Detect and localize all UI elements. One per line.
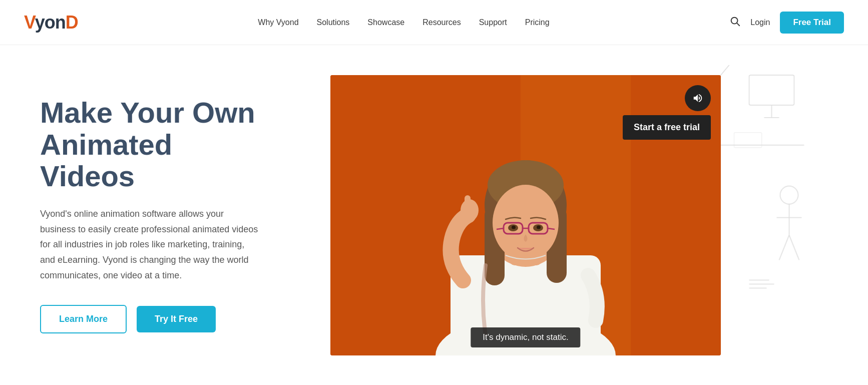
- sound-button[interactable]: [685, 85, 711, 111]
- svg-rect-10: [749, 75, 794, 105]
- svg-point-41: [512, 226, 516, 229]
- nav-showcase[interactable]: Showcase: [367, 18, 404, 27]
- nav-pricing[interactable]: Pricing: [525, 18, 550, 27]
- hero-buttons: Learn More Try It Free: [40, 305, 260, 333]
- nav-support[interactable]: Support: [479, 18, 507, 27]
- hero-headline: Make Your Own Animated Videos: [40, 97, 260, 192]
- logo-d: D: [66, 12, 78, 33]
- start-free-trial-badge[interactable]: Start a free trial: [623, 115, 711, 140]
- learn-more-button[interactable]: Learn More: [40, 305, 127, 333]
- svg-point-42: [537, 226, 541, 229]
- logo-v: V: [24, 12, 35, 33]
- svg-line-19: [789, 235, 799, 260]
- hero-section: Make Your Own Animated Videos Vyond's on…: [0, 45, 868, 385]
- nav-resources[interactable]: Resources: [422, 18, 461, 27]
- svg-line-1: [737, 23, 739, 26]
- video-player[interactable]: Start a free trial It's dynamic, not sta…: [330, 75, 721, 355]
- free-trial-button[interactable]: Free Trial: [780, 12, 844, 34]
- hero-description: Vyond's online animation software allows…: [40, 206, 260, 283]
- try-it-free-button[interactable]: Try It Free: [137, 306, 216, 332]
- hero-left: Make Your Own Animated Videos Vyond's on…: [0, 67, 290, 363]
- svg-rect-14: [734, 133, 762, 148]
- svg-line-18: [779, 235, 789, 260]
- nav-solutions[interactable]: Solutions: [317, 18, 350, 27]
- svg-rect-44: [465, 195, 471, 213]
- hero-right: Start a free trial It's dynamic, not sta…: [290, 45, 868, 385]
- nav-why-vyond[interactable]: Why Vyond: [258, 18, 298, 27]
- navbar: VyonD Why Vyond Solutions Showcase Resou…: [0, 0, 868, 45]
- login-link[interactable]: Login: [750, 18, 770, 27]
- logo-middle: yon: [35, 12, 66, 33]
- svg-point-15: [780, 186, 798, 204]
- logo[interactable]: VyonD: [24, 12, 78, 33]
- nav-right: Login Free Trial: [729, 12, 844, 34]
- nav-links: Why Vyond Solutions Showcase Resources S…: [258, 18, 549, 27]
- video-caption: It's dynamic, not static.: [471, 327, 580, 347]
- search-icon[interactable]: [729, 16, 740, 29]
